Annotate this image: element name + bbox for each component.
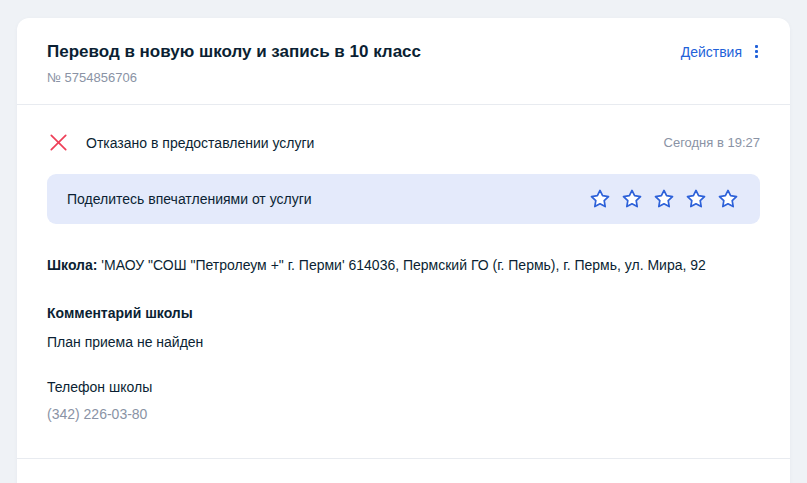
school-comment-label: Комментарий школы	[47, 305, 760, 321]
application-card: Перевод в новую школу и запись в 10 клас…	[17, 18, 790, 483]
school-phone-value: (342) 226-03-80	[47, 406, 760, 458]
feedback-banner[interactable]: Поделитесь впечатлениями от услуги	[47, 174, 760, 224]
star-icon[interactable]	[652, 187, 676, 211]
status-timestamp: Сегодня в 19:27	[664, 135, 760, 150]
school-line: Школа: 'МАОУ "СОШ "Петролеум +" г. Перми…	[47, 255, 760, 275]
school-comment-value: План приема не найден	[47, 334, 760, 350]
actions-label[interactable]: Действия	[681, 44, 742, 60]
star-icon[interactable]	[620, 187, 644, 211]
star-icon[interactable]	[588, 187, 612, 211]
page-title: Перевод в новую школу и запись в 10 клас…	[47, 41, 421, 63]
rejected-x-icon	[47, 131, 70, 154]
kebab-menu-icon[interactable]	[753, 43, 760, 60]
card-header: Перевод в новую школу и запись в 10 клас…	[17, 18, 790, 104]
school-phone-label: Телефон школы	[47, 379, 760, 395]
rating-stars	[588, 187, 740, 211]
actions-button[interactable]: Действия	[681, 43, 760, 60]
application-number: № 5754856706	[47, 70, 421, 85]
status-text: Отказано в предоставлении услуги	[86, 135, 314, 151]
card-body: Отказано в предоставлении услуги Сегодня…	[17, 105, 790, 458]
header-text-block: Перевод в новую школу и запись в 10 клас…	[47, 41, 421, 85]
star-icon[interactable]	[716, 187, 740, 211]
star-icon[interactable]	[684, 187, 708, 211]
school-label: Школа:	[47, 257, 97, 273]
status-row: Отказано в предоставлении услуги Сегодня…	[47, 131, 760, 154]
school-value: 'МАОУ "СОШ "Петролеум +" г. Перми' 61403…	[101, 257, 706, 273]
feedback-text: Поделитесь впечатлениями от услуги	[67, 191, 312, 207]
card-footer: Показать историю	[17, 459, 790, 483]
